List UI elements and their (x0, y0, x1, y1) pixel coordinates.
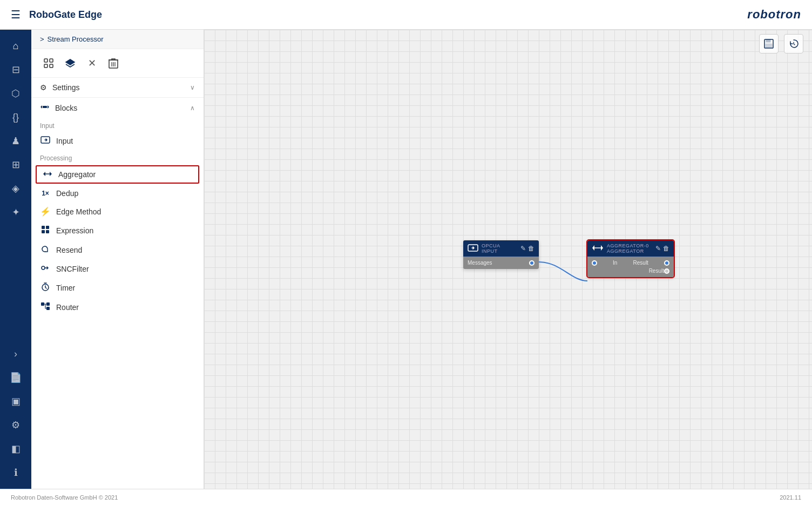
svg-rect-13 (42, 226, 45, 229)
svg-rect-15 (42, 230, 45, 233)
expression-icon (40, 225, 51, 236)
nav-info-icon[interactable]: ℹ (5, 462, 26, 483)
nav-share-icon[interactable]: ⬡ (5, 83, 26, 104)
block-item-aggregator[interactable]: Aggregator (36, 165, 199, 184)
block-item-dedup[interactable]: 1× Dedup (31, 185, 204, 202)
svg-rect-20 (46, 302, 50, 306)
input-label: Input (56, 137, 73, 145)
breadcrumb-label[interactable]: Stream Processor (48, 35, 104, 43)
svg-rect-0 (44, 59, 48, 62)
blocks-chevron-icon: ∧ (190, 104, 195, 112)
opcua-edit-icon[interactable]: ✎ (520, 245, 526, 252)
svg-point-17 (42, 266, 45, 270)
opcua-node-icon (468, 244, 478, 253)
resend-icon (40, 245, 51, 255)
aggregator-result2-dot[interactable] (664, 268, 669, 274)
aggregator-result2-label: Result (649, 268, 664, 274)
block-item-resend[interactable]: Resend (31, 240, 204, 260)
panel-sidebar: > Stream Processor ✕ (31, 30, 204, 489)
aggregator-node-body: In Result Result (587, 257, 674, 277)
block-item-sncfilter[interactable]: SNCFilter (31, 260, 204, 278)
block-item-input[interactable]: Input (31, 132, 204, 150)
opcua-port-dot[interactable] (529, 260, 534, 266)
dedup-icon: 1× (40, 190, 51, 197)
nav-layers-icon[interactable]: ▣ (5, 390, 26, 412)
nav-star-icon[interactable]: ✦ (5, 201, 26, 223)
aggregator-node-name: Aggregator-0 (607, 243, 649, 248)
history-button[interactable] (784, 34, 803, 53)
app-title: RoboGate Edge (29, 9, 102, 21)
blocks-label: Blocks (55, 104, 77, 112)
svg-rect-2 (44, 64, 48, 68)
settings-label: Settings (52, 83, 80, 92)
input-group-label: Input (31, 118, 204, 132)
aggregator-result1-label: Result (633, 260, 648, 266)
delete-button[interactable] (105, 55, 122, 72)
timer-icon (40, 282, 51, 293)
breadcrumb: > Stream Processor (31, 30, 204, 49)
settings-section-header[interactable]: ⚙ Settings ∨ (31, 78, 204, 97)
edge-method-icon: ⚡ (40, 206, 51, 217)
block-item-expression[interactable]: Expression (31, 221, 204, 240)
blocks-icon (40, 103, 50, 112)
opcua-delete-icon[interactable]: 🗑 (528, 245, 534, 252)
aggregator-in-label: In (613, 260, 617, 266)
opcua-port-label: Messages (468, 260, 492, 266)
nav-gear-icon[interactable]: ⚙ (5, 414, 26, 436)
settings-chevron-icon: ∨ (190, 84, 195, 91)
nav-brackets-icon[interactable]: {} (5, 106, 26, 128)
block-item-router[interactable]: Router (31, 298, 204, 317)
resend-label: Resend (56, 246, 82, 254)
nav-robot-icon[interactable]: ♟ (5, 130, 26, 152)
nav-diamond-icon[interactable]: ◈ (5, 178, 26, 199)
router-icon (40, 302, 51, 313)
aggregator-port-in: In Result (592, 259, 669, 267)
close-button[interactable]: ✕ (83, 55, 100, 72)
svg-rect-1 (50, 59, 53, 62)
opcua-port-messages: Messages (468, 259, 534, 267)
block-item-timer[interactable]: Timer (31, 278, 204, 298)
layers-button[interactable] (62, 55, 79, 72)
topbar: ☰ RoboGate Edge robotron (0, 0, 812, 30)
aggregator-delete-icon[interactable]: 🗑 (663, 245, 669, 252)
hamburger-icon[interactable]: ☰ (11, 8, 21, 21)
aggregator-node[interactable]: Aggregator-0 Aggregator ✎ 🗑 In Result (587, 240, 674, 277)
nav-home-icon[interactable]: ⌂ (5, 35, 26, 57)
save-button[interactable] (759, 34, 779, 53)
nav-file-icon[interactable]: 📄 (5, 367, 26, 388)
aggregator-node-icon (592, 244, 604, 253)
nav-grid-icon[interactable]: ⊞ (5, 154, 26, 176)
settings-icon: ⚙ (40, 83, 47, 92)
block-item-edge-method[interactable]: ⚡ Edge Method (31, 202, 204, 221)
canvas-area[interactable]: OPCUA Input ✎ 🗑 Messages (204, 30, 812, 489)
svg-rect-21 (46, 307, 50, 310)
panel-content: ⚙ Settings ∨ (31, 78, 204, 489)
nav-arrow-icon[interactable]: › (5, 343, 26, 365)
dedup-label: Dedup (56, 189, 78, 198)
panel-toolbar: ✕ (31, 49, 204, 78)
nav-sliders-icon[interactable]: ⊟ (5, 59, 26, 80)
nav-layers2-icon[interactable]: ◧ (5, 438, 26, 460)
aggregator-in-dot[interactable] (592, 260, 597, 266)
opcua-node-header: OPCUA Input ✎ 🗑 (463, 240, 539, 257)
input-icon (40, 136, 51, 146)
footer-copyright: Robotron Daten-Software GmbH © 2021 (11, 494, 118, 501)
svg-rect-19 (41, 302, 44, 306)
aggregator-result1-dot[interactable] (664, 260, 669, 266)
aggregator-icon (42, 170, 53, 179)
footer: Robotron Daten-Software GmbH © 2021 2021… (0, 489, 812, 505)
processing-group-label: Processing (31, 150, 204, 164)
main-layout: ⌂ ⊟ ⬡ {} ♟ ⊞ ◈ ✦ › 📄 ▣ ⚙ ◧ ℹ > Stream Pr… (0, 30, 812, 489)
blocks-section-header[interactable]: Blocks ∧ (31, 98, 204, 118)
edge-method-label: Edge Method (56, 207, 101, 216)
timer-label: Timer (56, 284, 75, 292)
robotron-logo: robotron (747, 8, 801, 22)
icon-sidebar: ⌂ ⊟ ⬡ {} ♟ ⊞ ◈ ✦ › 📄 ▣ ⚙ ◧ ℹ (0, 30, 31, 489)
canvas-actions (759, 34, 803, 53)
footer-version: 2021.11 (780, 494, 801, 501)
aggregator-edit-icon[interactable]: ✎ (655, 245, 661, 252)
opcua-node[interactable]: OPCUA Input ✎ 🗑 Messages (463, 240, 539, 269)
svg-rect-10 (43, 106, 47, 108)
focus-button[interactable] (40, 55, 57, 72)
svg-rect-3 (50, 64, 53, 68)
